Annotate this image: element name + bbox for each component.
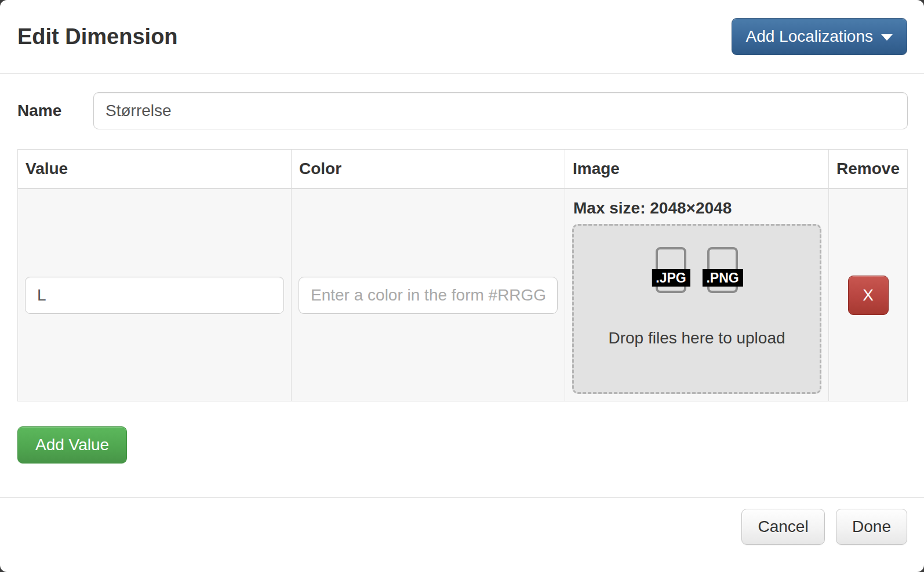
color-input[interactable] bbox=[299, 277, 558, 314]
column-header-image: Image bbox=[565, 150, 829, 189]
name-label: Name bbox=[17, 102, 93, 120]
column-header-color: Color bbox=[292, 150, 565, 189]
add-localizations-label: Add Localizations bbox=[746, 27, 873, 46]
remove-row-button[interactable]: X bbox=[848, 276, 889, 315]
cancel-button[interactable]: Cancel bbox=[741, 509, 824, 545]
jpg-file-icon: .JPG bbox=[656, 247, 686, 293]
image-cell: Max size: 2048×2048 .JPG .PNG Drop file bbox=[565, 189, 829, 401]
color-cell bbox=[292, 189, 565, 401]
add-value-button[interactable]: Add Value bbox=[17, 426, 127, 464]
dropzone-text: Drop files here to upload bbox=[574, 329, 820, 347]
column-header-remove: Remove bbox=[829, 150, 908, 189]
caret-down-icon bbox=[881, 34, 893, 41]
done-button[interactable]: Done bbox=[836, 509, 907, 545]
file-type-icons: .JPG .PNG bbox=[656, 247, 738, 293]
column-header-value: Value bbox=[18, 150, 292, 189]
table-row: Max size: 2048×2048 .JPG .PNG Drop file bbox=[18, 189, 908, 401]
name-input[interactable] bbox=[93, 92, 908, 129]
file-dropzone[interactable]: .JPG .PNG Drop files here to upload bbox=[572, 224, 821, 394]
edit-dimension-modal: Edit Dimension Add Localizations Name Va… bbox=[0, 0, 924, 572]
remove-cell: X bbox=[829, 189, 908, 401]
table-header-row: Value Color Image Remove bbox=[18, 150, 908, 189]
jpg-file-label: .JPG bbox=[652, 269, 690, 287]
modal-body: Name Value Color Image Remove bbox=[0, 74, 924, 497]
png-file-label: .PNG bbox=[702, 269, 743, 287]
add-localizations-button[interactable]: Add Localizations bbox=[732, 18, 907, 55]
value-cell bbox=[18, 189, 292, 401]
png-file-icon: .PNG bbox=[707, 247, 738, 293]
values-table: Value Color Image Remove Max size: 2048×… bbox=[17, 149, 908, 401]
page-title: Edit Dimension bbox=[17, 24, 178, 49]
name-field-row: Name bbox=[17, 92, 908, 129]
value-input[interactable] bbox=[25, 277, 284, 314]
max-size-label: Max size: 2048×2048 bbox=[573, 199, 821, 218]
modal-header: Edit Dimension Add Localizations bbox=[0, 0, 924, 74]
modal-footer: Cancel Done bbox=[0, 497, 924, 572]
